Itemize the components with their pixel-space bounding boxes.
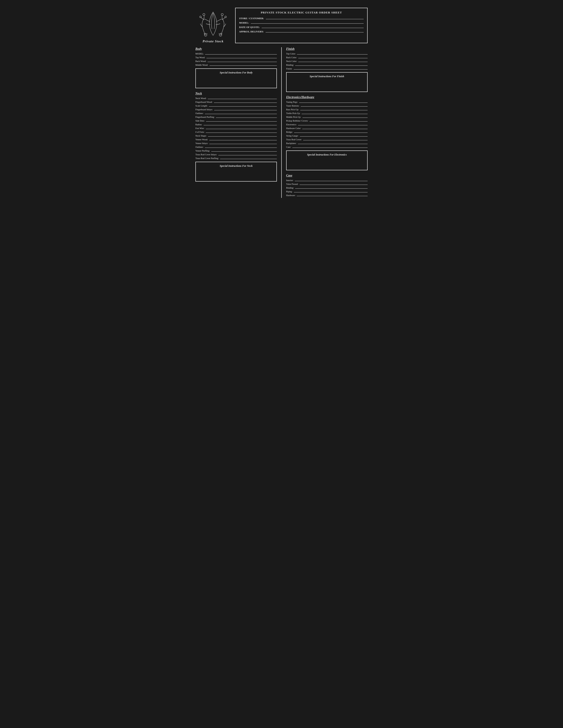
piping-line[interactable] (294, 192, 368, 192)
truss-rod-cover-line[interactable] (303, 140, 368, 140)
neck-color-field: Neck Color: (286, 60, 368, 62)
svg-point-1 (199, 16, 201, 18)
header-box: Private Stock Electric Guitar Order Shee… (235, 8, 368, 43)
finish-label: Finish: (286, 68, 292, 70)
date-field: Date of Quote: (239, 26, 364, 28)
truss-rod-purfling-label: Truss Rod Cover Purfling: (195, 157, 219, 159)
veneer-inlays-field: Veneer Inlays: (195, 142, 277, 144)
truss-rod-cover-label: Truss Rod Cover: (286, 138, 302, 141)
piping-label: Piping: (286, 190, 293, 193)
neck-shape-field: Neck Shape: (195, 135, 277, 137)
pickup-bobbins-label: Pickup Bobbins/ Covers: (286, 120, 308, 122)
electronics-line[interactable] (298, 125, 368, 125)
column-divider (281, 47, 282, 198)
model-header-field: MODEL: (239, 21, 364, 24)
bass-pickup-line[interactable] (300, 110, 368, 110)
hardware-color-label: Hardware Color: (286, 127, 301, 129)
case-binding-label: Binding: (286, 187, 294, 189)
store-customer-field: STORE / CUSTOMER: (239, 17, 364, 20)
radius-label: Radius: (195, 123, 202, 126)
veneer-wood-field: Veneer Wood: (195, 138, 277, 141)
body-special-box[interactable]: Special Instructions For Body (195, 68, 277, 88)
tuner-buttons-field: Tuner Buttons: (286, 105, 368, 107)
case-section-title: Case (286, 174, 368, 177)
neck-section: Neck Neck Wood: Fingerboard Wood: Scale … (195, 92, 277, 182)
date-label: Date of Quote: (239, 26, 260, 28)
case-section: Case Interior: Tolex/Tweed: Binding: Pip… (286, 174, 368, 197)
string-gauge-line[interactable] (300, 136, 368, 137)
num-frets-field: # of Frets: (195, 131, 277, 133)
back-wood-field: Back Wood: (195, 60, 277, 62)
delivery-label: Approx. Delivery: (239, 30, 264, 33)
scale-length-line[interactable] (209, 106, 277, 107)
neck-wood-label: Neck Wood: (195, 97, 206, 99)
pickup-bobbins-line[interactable] (310, 121, 368, 122)
neck-color-line[interactable] (298, 62, 368, 62)
model-header-label: MODEL: (239, 21, 249, 24)
bass-pickup-field: Bass Pick-Up: (286, 108, 368, 111)
veneer-wood-label: Veneer Wood: (195, 138, 208, 141)
middle-pickup-label: Middle Pick-Up: (286, 116, 301, 118)
store-customer-line[interactable] (266, 19, 364, 19)
tuner-buttons-label: Tuner Buttons: (286, 105, 300, 107)
outlines-line[interactable] (205, 114, 277, 114)
back-color-label: Back Color: (286, 56, 297, 59)
tolex-tweed-field: Tolex/Tweed: (286, 183, 368, 185)
top-wood-line[interactable] (206, 58, 277, 58)
backplates-field: Backplates: (286, 142, 368, 144)
neck-color-label: Neck Color: (286, 60, 297, 62)
top-color-field: Top Color: (286, 53, 368, 55)
hardware-color-field: Hardware Color: (286, 127, 368, 129)
num-frets-label: # of Frets: (195, 131, 204, 133)
tuner-buttons-line[interactable] (301, 106, 368, 107)
page: Private Stock Private Stock Electric Gui… (192, 4, 371, 201)
electronics-label: Electronics: (286, 123, 297, 126)
tolex-tweed-line[interactable] (300, 185, 368, 185)
finish-field: Finish: (286, 68, 368, 70)
neck-shape-line[interactable] (208, 136, 277, 137)
case-binding-line[interactable] (295, 188, 368, 189)
back-wood-line[interactable] (207, 62, 277, 62)
header-area: Private Stock Private Stock Electric Gui… (195, 8, 368, 43)
finish-special-box[interactable]: Special Instructions For Finish (286, 72, 368, 92)
veneer-purfling-line[interactable] (211, 151, 277, 152)
back-color-field: Back Color: (286, 56, 368, 59)
electronics-special-box[interactable]: Special Instructions For Electronics (286, 150, 368, 170)
finish-binding-field: Binding: (286, 64, 368, 66)
header-title: Private Stock Electric Guitar Order Shee… (239, 11, 364, 14)
logo-icon (199, 8, 227, 39)
model-header-line[interactable] (251, 23, 364, 24)
treble-pickup-label: Treble Pick-Up: (286, 112, 300, 114)
side-dots-field: Side Dots: (195, 120, 277, 122)
pickup-bobbins-field: Pickup Bobbins/ Covers: (286, 120, 368, 122)
logo-area: Private Stock (195, 8, 231, 43)
date-line[interactable] (261, 28, 364, 28)
neck-special-box[interactable]: Special Instructions For Neck (195, 162, 277, 182)
logo-text: Private Stock (202, 39, 223, 43)
finish-special-title: Special Instructions For Finish (289, 75, 365, 78)
scale-length-label: Scale Length: (195, 105, 207, 107)
hardware-label: Hardware: (286, 194, 296, 197)
veneer-outlines-label: Outlines: (195, 146, 203, 148)
body-model-field: MODEL: (195, 53, 277, 55)
bridge-field: Bridge: (286, 131, 368, 133)
bridge-label: Bridge: (286, 131, 293, 133)
body-section-title: Body (195, 47, 277, 51)
side-dots-line[interactable] (206, 121, 277, 122)
fret-wire-field: Fret Wire: (195, 127, 277, 129)
col-right: Finish Top Color: Back Color: Neck Color… (286, 47, 368, 198)
scale-length-field: Scale Length: (195, 105, 277, 107)
hardware-field: Hardware: (286, 194, 368, 197)
case-binding-field: Binding: (286, 187, 368, 189)
outlines-field: Outlines: (195, 112, 277, 114)
veneer-wood-line[interactable] (209, 140, 277, 140)
neck-wood-line[interactable] (208, 99, 277, 99)
fingerboard-inlays-line[interactable] (214, 110, 277, 110)
truss-rod-inlays-line[interactable] (218, 155, 277, 155)
back-wood-label: Back Wood: (195, 60, 206, 62)
electronics-field: Electronics: (286, 123, 368, 126)
back-color-line[interactable] (298, 58, 368, 58)
radius-line[interactable] (203, 125, 277, 125)
treble-pickup-line[interactable] (302, 114, 368, 114)
case-electronics-label: Case: (286, 146, 291, 148)
